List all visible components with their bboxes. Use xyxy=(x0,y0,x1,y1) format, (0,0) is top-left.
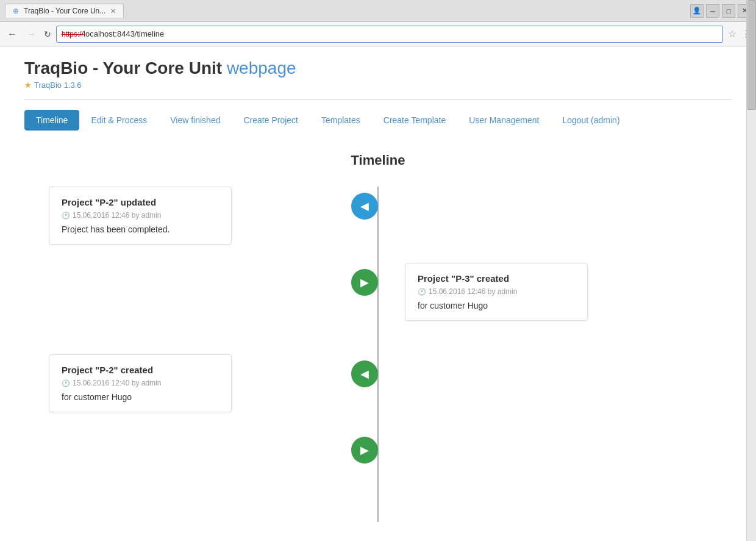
scrollbar[interactable] xyxy=(746,0,756,541)
timeline-card-meta-text: 15.06.2016 12:40 by admin xyxy=(73,379,161,387)
timeline-item: ▶ Project "P-3" created 15.06.2016 12:46… xyxy=(24,263,732,336)
timeline-card-meta: 15.06.2016 12:46 by admin xyxy=(418,287,575,296)
nav-item-create-project[interactable]: Create Project xyxy=(232,110,309,131)
user-account-button[interactable]: 👤 xyxy=(690,4,704,18)
minimize-button[interactable]: ─ xyxy=(706,4,719,18)
window-controls: 👤 ─ □ ✕ xyxy=(690,4,751,18)
nav-item-user-management[interactable]: User Management xyxy=(457,110,551,131)
reload-button[interactable]: ↻ xyxy=(44,29,51,39)
url-bar[interactable]: https:// localhost:8443/timeline xyxy=(56,26,723,43)
main-navigation: Timeline Edit & Process View finished Cr… xyxy=(24,110,732,131)
version-label: TraqBio 1.3.6 xyxy=(34,81,82,90)
scrollbar-thumb[interactable] xyxy=(747,0,756,110)
nav-item-templates[interactable]: Templates xyxy=(310,110,372,131)
timeline-card-body: for customer Hugo xyxy=(418,301,575,310)
forward-button[interactable]: → xyxy=(24,29,39,40)
timeline-card-title: Project "P-2" created xyxy=(62,365,219,375)
timeline-card-meta-text: 15.06.2016 12:46 by admin xyxy=(73,211,161,220)
page-content: TraqBio - Your Core Unit webpage ★ TraqB… xyxy=(0,46,756,541)
timeline-item: Project "P-2" updated 15.06.2016 12:46 b… xyxy=(24,187,732,245)
nav-item-edit-process[interactable]: Edit & Process xyxy=(79,110,159,131)
timeline-heading: Timeline xyxy=(24,152,732,168)
timeline-card-body: Project has been completed. xyxy=(62,224,219,234)
clock-icon xyxy=(62,211,70,220)
nav-item-view-finished[interactable]: View finished xyxy=(159,110,232,131)
tab-title: TraqBio - Your Core Un... xyxy=(24,7,105,15)
nav-item-create-template[interactable]: Create Template xyxy=(372,110,457,131)
maximize-button[interactable]: □ xyxy=(722,4,735,18)
timeline-card: Project "P-2" updated 15.06.2016 12:46 b… xyxy=(49,187,232,245)
timeline-item: ▶ Project "P-1" created 15.06.2016 12:40… xyxy=(24,431,732,492)
browser-tab[interactable]: ⊕ TraqBio - Your Core Un... ✕ xyxy=(5,4,124,18)
nav-item-logout[interactable]: Logout (admin) xyxy=(551,110,631,131)
timeline-icon-2: ▶ xyxy=(351,269,378,296)
clock-icon xyxy=(418,287,426,296)
timeline-section: Timeline Project "P-2" updated 15.06.201… xyxy=(24,140,732,534)
timeline: Project "P-2" updated 15.06.2016 12:46 b… xyxy=(24,187,732,522)
page-header: TraqBio - Your Core Unit webpage ★ TraqB… xyxy=(24,59,732,100)
browser-window: ⊕ TraqBio - Your Core Un... ✕ 👤 ─ □ ✕ ← … xyxy=(0,0,756,541)
clock-icon xyxy=(62,379,70,387)
page-title-main: TraqBio - Your Core Unit xyxy=(24,59,222,77)
timeline-card-title: Project "P-3" created xyxy=(418,273,575,284)
timeline-card-meta: 15.06.2016 12:40 by admin xyxy=(62,379,219,387)
timeline-card: Project "P-3" created 15.06.2016 12:46 b… xyxy=(405,263,588,321)
timeline-card-title: Project "P-2" updated xyxy=(62,197,219,207)
timeline-item: Project "P-2" created 15.06.2016 12:40 b… xyxy=(24,354,732,412)
tab-close-button[interactable]: ✕ xyxy=(110,7,116,15)
timeline-card: Project "P-2" created 15.06.2016 12:40 b… xyxy=(49,354,232,412)
timeline-card-body: for customer Hugo xyxy=(62,392,219,402)
bookmark-button[interactable]: ☆ xyxy=(728,28,736,40)
version-badge: ★ TraqBio 1.3.6 xyxy=(24,81,732,90)
address-bar: ← → ↻ https:// localhost:8443/timeline ☆… xyxy=(0,22,756,46)
timeline-icon-1: ◀ xyxy=(351,193,378,220)
url-text: localhost:8443/timeline xyxy=(84,29,164,38)
timeline-icon-4: ▶ xyxy=(351,437,378,464)
star-icon: ★ xyxy=(24,81,32,90)
page-title: TraqBio - Your Core Unit webpage xyxy=(24,59,732,78)
title-bar: ⊕ TraqBio - Your Core Un... ✕ 👤 ─ □ ✕ xyxy=(0,0,756,22)
timeline-card-meta: 15.06.2016 12:46 by admin xyxy=(62,211,219,220)
timeline-card-meta-text: 15.06.2016 12:46 by admin xyxy=(429,287,517,296)
url-secure-indicator: https:// xyxy=(62,30,84,38)
back-button[interactable]: ← xyxy=(5,29,20,40)
page-title-sub: webpage xyxy=(227,59,296,77)
timeline-icon-3: ◀ xyxy=(351,360,378,387)
nav-item-timeline[interactable]: Timeline xyxy=(24,110,79,131)
tab-icon: ⊕ xyxy=(13,7,19,15)
